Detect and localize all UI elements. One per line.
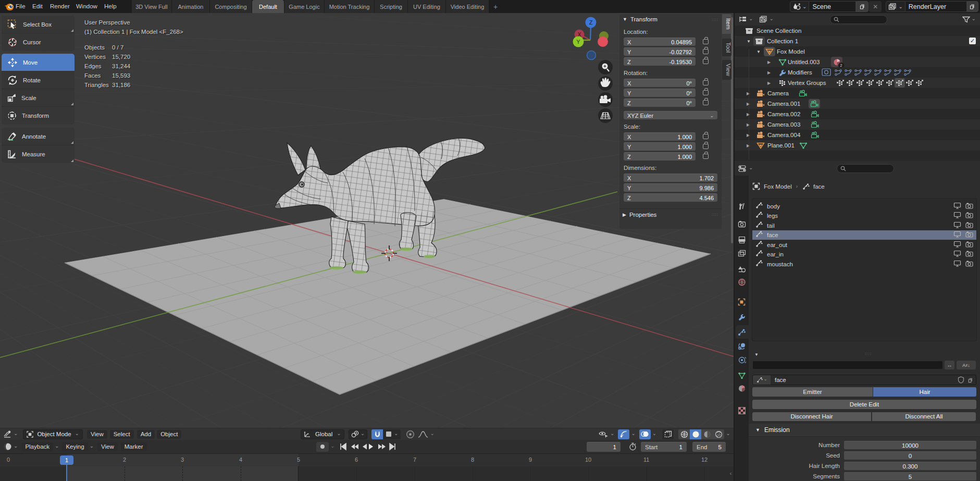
svg-text:Z: Z: [589, 19, 593, 26]
svg-text:Y: Y: [576, 39, 580, 45]
